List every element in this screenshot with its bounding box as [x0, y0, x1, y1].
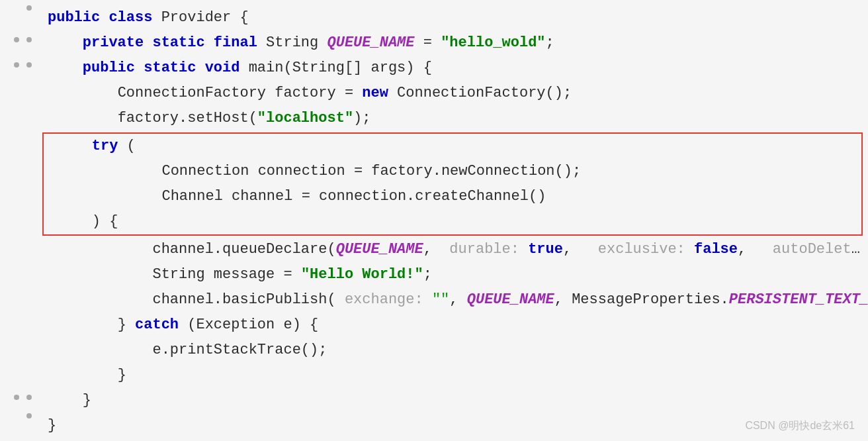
dot-indicator	[26, 37, 32, 42]
gutter-1	[0, 5, 40, 11]
close-brace-main: }	[83, 392, 91, 409]
code-print-stack: e.printStackTrace();	[40, 338, 868, 363]
try-block-container: try ( Connection connection = factory.ne…	[0, 131, 868, 237]
connection-factory-constructor: ConnectionFactory();	[388, 85, 572, 101]
durable-label: durable:	[449, 241, 519, 258]
code-try-inner-1: Connection connection = factory.newConne…	[49, 159, 861, 184]
basic-publish-call: channel.basicPublish(	[152, 291, 344, 308]
line-1: public class Provider {	[0, 5, 868, 30]
watermark: CSDN @明快de玄米61	[745, 418, 855, 434]
string-hello-wold: "hello_wold"	[441, 34, 545, 51]
gutter-close-main	[0, 388, 40, 407]
equals: =	[415, 34, 441, 51]
autodelete-label: autoDelete:	[773, 241, 868, 258]
code-basic-publish: channel.basicPublish( exchange: "", QUEU…	[40, 287, 868, 313]
dot-indicator	[26, 62, 32, 68]
code-line-5: factory.setHost("localhost");	[40, 106, 868, 131]
try-close: ) {	[44, 209, 861, 234]
line-close-main: }	[0, 388, 868, 413]
keyword-false1: false	[694, 241, 738, 258]
queue-declare-call: channel.queueDeclare(	[152, 241, 335, 258]
dot-indicator	[14, 395, 19, 400]
code-line-4: ConnectionFactory factory = new Connecti…	[40, 81, 868, 106]
space2	[685, 241, 694, 258]
semicolon2: ;	[423, 266, 432, 283]
close-brace-try: }	[118, 317, 135, 333]
dot-indicator	[26, 395, 32, 400]
line-5: factory.setHost("localhost");	[0, 106, 868, 131]
try-close-paren: ) {	[92, 213, 118, 230]
gutter-close-class	[0, 413, 40, 418]
gutter-2	[0, 30, 40, 49]
code-close-class: }	[40, 413, 868, 438]
code-line-3: public static void main(String[] args) {	[40, 56, 868, 81]
code-message: String message = "Hello World!";	[40, 262, 868, 287]
connection-factory: ConnectionFactory factory =	[118, 85, 363, 101]
comma5: ,	[449, 291, 466, 308]
space1	[519, 241, 528, 258]
line-close-catch: }	[0, 363, 868, 388]
connection-decl: Connection connection = factory.newConne…	[161, 163, 581, 179]
exclusive-label: exclusive:	[598, 241, 685, 258]
keyword-public-class: public class	[48, 9, 152, 26]
line-message: String message = "Hello World!";	[0, 262, 868, 287]
code-try-inner-2: Channel channel = connection.createChann…	[49, 184, 861, 209]
queue-name-param: QUEUE_NAME	[336, 241, 423, 258]
line-basic-publish: channel.basicPublish( exchange: "", QUEU…	[0, 287, 868, 313]
string-hello-world: "Hello World!"	[301, 266, 423, 283]
keyword-private-static-final: private static final	[83, 34, 257, 51]
close-brace-catch: }	[118, 367, 126, 383]
try-inner-1: Connection connection = factory.newConne…	[44, 159, 861, 184]
keyword-public-static-void: public static void	[83, 60, 240, 76]
line-4: ConnectionFactory factory = new Connecti…	[0, 81, 868, 106]
catch-signature: (Exception e) {	[179, 317, 318, 333]
code-close-catch: }	[40, 363, 868, 388]
string-localhost: "localhost"	[257, 110, 353, 126]
set-host: factory.setHost(	[118, 110, 257, 126]
class-name: Provider {	[152, 9, 248, 26]
try-inner-2: Channel channel = connection.createChann…	[44, 184, 861, 209]
message-props: , MessageProperties.	[554, 291, 729, 308]
string-empty: ""	[432, 291, 449, 308]
dot-indicator	[14, 37, 19, 42]
line-catch: } catch (Exception e) {	[0, 313, 868, 338]
code-content: public class Provider { private static f…	[0, 0, 868, 441]
dot-indicator	[26, 413, 32, 418]
dot-indicator	[14, 62, 19, 68]
code-queue-declare: channel.queueDeclare(QUEUE_NAME, durable…	[40, 237, 868, 262]
channel-decl: Channel channel = connection.createChann…	[161, 188, 546, 205]
code-catch: } catch (Exception e) {	[40, 313, 868, 338]
line-print-stack: e.printStackTrace();	[0, 338, 868, 363]
comma1: ,	[423, 241, 450, 258]
print-stack-trace: e.printStackTrace();	[152, 342, 327, 358]
dot-indicator	[26, 5, 32, 11]
code-editor: public class Provider { private static f…	[0, 0, 868, 441]
main-signature: main(String[] args) {	[239, 60, 431, 76]
try-line: try (	[44, 134, 861, 159]
code-line-1: public class Provider {	[40, 5, 868, 30]
semicolon: ;	[546, 34, 554, 51]
try-block-border: try ( Connection connection = factory.ne…	[42, 132, 863, 236]
exchange-label: exchange:	[345, 291, 423, 308]
const-queue-name: QUEUE_NAME	[327, 34, 414, 51]
persistent-text-plain: PERSISTENT_TEXT_P	[729, 291, 868, 308]
comma3: ,	[738, 241, 773, 258]
space4	[423, 291, 432, 308]
gutter-3	[0, 56, 40, 74]
code-close-main: }	[40, 388, 868, 413]
comma2: ,	[563, 241, 598, 258]
line-3: public static void main(String[] args) {	[0, 56, 868, 81]
code-try-close: ) {	[49, 209, 861, 234]
string-message-decl: String message =	[152, 266, 300, 283]
type-string: String	[257, 34, 327, 51]
try-gutter-spacer	[0, 131, 40, 237]
keyword-true: true	[528, 241, 563, 258]
queue-name-param2: QUEUE_NAME	[467, 291, 554, 308]
keyword-try: try	[92, 138, 118, 154]
line-2: private static final String QUEUE_NAME =…	[0, 30, 868, 56]
line-queue-declare: channel.queueDeclare(QUEUE_NAME, durable…	[0, 237, 868, 262]
code-try: try (	[49, 134, 861, 159]
close-brace-class: }	[48, 417, 56, 434]
keyword-new: new	[362, 85, 388, 101]
close-paren: );	[353, 110, 370, 126]
